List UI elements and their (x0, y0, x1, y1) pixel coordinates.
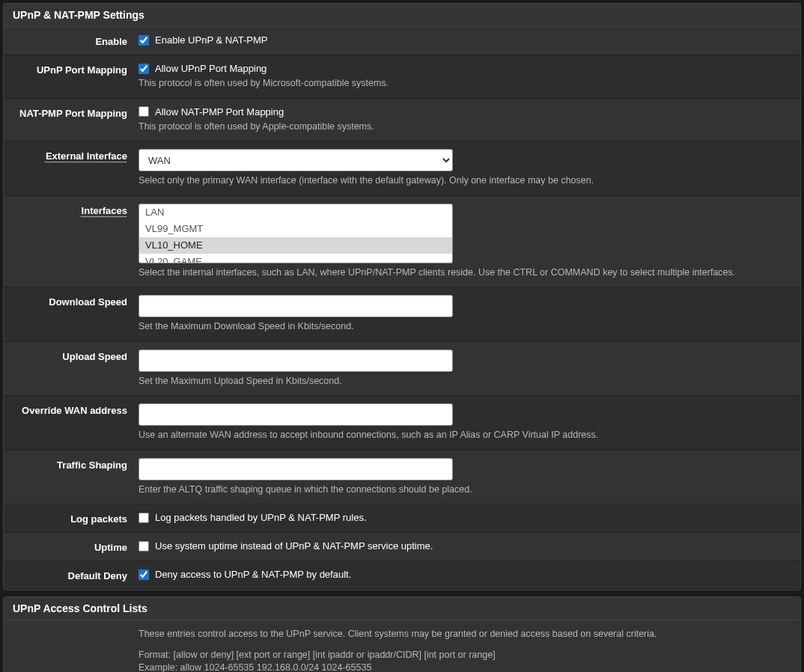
row-uptime: Uptime Use system uptime instead of UPnP… (4, 533, 800, 561)
uptime-checkbox-label[interactable]: Use system uptime instead of UPnP & NAT-… (155, 540, 433, 552)
upload-speed-input[interactable] (138, 349, 453, 372)
external-interface-select[interactable]: WAN (138, 149, 453, 171)
uptime-checkbox[interactable] (138, 541, 149, 552)
natpmp-mapping-help: This protocol is often used by Apple-com… (138, 120, 791, 134)
traffic-shaping-input[interactable] (138, 458, 453, 480)
row-log-packets: Log packets Log packets handled by UPnP … (4, 504, 800, 533)
label-natpmp-mapping: NAT-PMP Port Mapping (4, 106, 138, 134)
upload-speed-help: Set the Maximum Upload Speed in Kbits/se… (138, 375, 791, 388)
row-acl-intro: These entries control access to the UPnP… (4, 620, 800, 672)
override-wan-input[interactable] (138, 403, 453, 426)
settings-panel: UPnP & NAT-PMP Settings Enable Enable UP… (3, 3, 801, 590)
label-enable: Enable (4, 34, 138, 47)
interface-option-game[interactable]: VL20_GAME (139, 254, 452, 262)
row-download-speed: Download Speed Set the Maximum Download … (4, 287, 800, 342)
row-enable: Enable Enable UPnP & NAT-PMP (4, 27, 800, 55)
log-packets-checkbox[interactable] (138, 513, 149, 523)
row-traffic-shaping: Traffic Shaping Enter the ALTQ traffic s… (4, 450, 800, 505)
interface-option-mgmt[interactable]: VL99_MGMT (139, 221, 452, 237)
override-wan-help: Use an alternate WAN address to accept i… (138, 429, 791, 442)
interfaces-help: Select the internal interfaces, such as … (138, 266, 791, 280)
row-upload-speed: Upload Speed Set the Maximum Upload Spee… (4, 342, 800, 397)
natpmp-mapping-checkbox-label[interactable]: Allow NAT-PMP Port Mapping (155, 106, 284, 117)
label-traffic-shaping: Traffic Shaping (4, 458, 138, 497)
enable-checkbox[interactable] (138, 35, 149, 46)
label-log-packets: Log packets (4, 512, 138, 525)
acl-panel: UPnP Access Control Lists These entries … (3, 596, 801, 672)
upnp-mapping-checkbox-label[interactable]: Allow UPnP Port Mapping (155, 63, 267, 74)
row-external-interface: External Interface WAN Select only the p… (4, 141, 800, 196)
row-default-deny: Default Deny Deny access to UPnP & NAT-P… (4, 561, 800, 590)
enable-checkbox-label[interactable]: Enable UPnP & NAT-PMP (155, 34, 268, 46)
upnp-mapping-checkbox[interactable] (138, 64, 149, 74)
label-default-deny: Default Deny (4, 569, 138, 581)
log-packets-checkbox-label[interactable]: Log packets handled by UPnP & NAT-PMP ru… (155, 512, 367, 523)
natpmp-mapping-checkbox[interactable] (138, 106, 149, 117)
acl-example-text: Example: allow 1024-65535 192.168.0.0/24… (138, 662, 791, 672)
row-natpmp-mapping: NAT-PMP Port Mapping Allow NAT-PMP Port … (4, 99, 800, 142)
acl-format-text: Format: [allow or deny] [ext port or ran… (138, 649, 791, 662)
default-deny-checkbox-label[interactable]: Deny access to UPnP & NAT-PMP by default… (155, 569, 351, 580)
label-download-speed: Download Speed (4, 295, 138, 334)
interface-option-lan[interactable]: LAN (139, 204, 452, 221)
acl-panel-title: UPnP Access Control Lists (4, 597, 800, 620)
download-speed-input[interactable] (138, 295, 453, 317)
external-interface-help: Select only the primary WAN interface (i… (138, 174, 791, 188)
label-uptime: Uptime (4, 540, 138, 553)
row-override-wan: Override WAN address Use an alternate WA… (4, 396, 800, 450)
label-external-interface: External Interface (4, 149, 138, 188)
label-override-wan: Override WAN address (4, 403, 138, 442)
upnp-mapping-help: This protocol is often used by Microsoft… (138, 77, 791, 91)
default-deny-checkbox[interactable] (138, 569, 149, 580)
settings-panel-title: UPnP & NAT-PMP Settings (4, 4, 800, 27)
label-upload-speed: Upload Speed (4, 349, 138, 388)
row-upnp-mapping: UPnP Port Mapping Allow UPnP Port Mappin… (4, 55, 800, 99)
interface-option-home[interactable]: VL10_HOME (139, 237, 452, 254)
traffic-shaping-help: Enter the ALTQ traffic shaping queue in … (138, 483, 791, 497)
label-interfaces: Interfaces (4, 204, 138, 280)
label-upnp-mapping: UPnP Port Mapping (4, 63, 138, 91)
download-speed-help: Set the Maximum Download Speed in Kbits/… (138, 320, 791, 334)
acl-intro-text: These entries control access to the UPnP… (138, 628, 791, 641)
row-interfaces: Interfaces LAN VL99_MGMT VL10_HOME VL20_… (4, 196, 800, 288)
interfaces-multiselect[interactable]: LAN VL99_MGMT VL10_HOME VL20_GAME (138, 204, 453, 263)
